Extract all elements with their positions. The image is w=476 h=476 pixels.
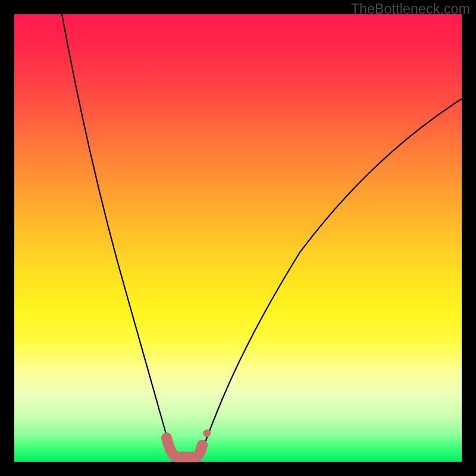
bottleneck-curve [14,14,462,462]
minimum-marker-dot [203,430,211,437]
minimum-marker [167,438,202,457]
curve-right-branch [200,99,462,457]
curve-left-branch [62,14,174,457]
watermark-text: TheBottleneck.com [351,1,470,17]
plot-area [14,14,462,462]
